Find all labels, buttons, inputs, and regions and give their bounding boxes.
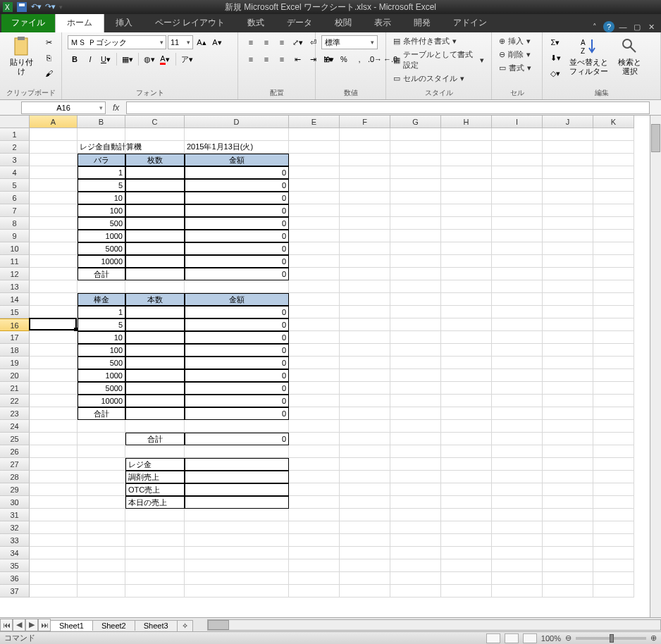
cell-J15[interactable] (543, 306, 593, 318)
cell-A3[interactable] (30, 154, 78, 166)
cell-C16[interactable] (125, 318, 185, 331)
row-header-11[interactable]: 11 (0, 255, 30, 268)
cell-G29[interactable] (390, 483, 441, 496)
cell-K19[interactable] (593, 357, 634, 369)
cell-B36[interactable] (78, 572, 125, 585)
align-bottom-icon[interactable]: ≡ (275, 35, 289, 49)
shrink-font-icon[interactable]: A▾ (210, 35, 224, 49)
row-header-33[interactable]: 33 (0, 534, 30, 547)
cell-H7[interactable] (441, 204, 492, 217)
cell-H36[interactable] (441, 572, 492, 585)
cell-J30[interactable] (543, 496, 593, 509)
cell-E2[interactable] (289, 141, 340, 154)
cell-F30[interactable] (340, 496, 390, 509)
cell-J19[interactable] (543, 357, 593, 369)
cell-K30[interactable] (593, 496, 634, 509)
cell-F26[interactable] (340, 445, 390, 458)
cell-H2[interactable] (441, 141, 492, 154)
cell-G5[interactable] (390, 179, 441, 192)
cell-A15[interactable] (30, 306, 78, 318)
fill-icon[interactable]: ⬇▾ (548, 51, 562, 65)
cell-B37[interactable] (78, 585, 125, 597)
cell-B3[interactable]: バラ (78, 154, 125, 166)
row-header-10[interactable]: 10 (0, 242, 30, 255)
cell-H6[interactable] (441, 192, 492, 204)
cell-A27[interactable] (30, 458, 78, 471)
cell-K1[interactable] (593, 128, 634, 141)
cell-C27[interactable]: レジ金 (125, 458, 185, 471)
cell-E25[interactable] (289, 433, 340, 445)
cell-B23[interactable]: 合計 (78, 407, 125, 420)
cell-H22[interactable] (441, 395, 492, 407)
orientation-icon[interactable]: ⤢▾ (290, 35, 304, 49)
cell-A8[interactable] (30, 217, 78, 230)
cell-C10[interactable] (125, 242, 185, 255)
cell-G16[interactable] (390, 318, 441, 331)
cell-E5[interactable] (289, 179, 340, 192)
cell-J26[interactable] (543, 445, 593, 458)
cell-E30[interactable] (289, 496, 340, 509)
row-header-29[interactable]: 29 (0, 483, 30, 496)
cell-F2[interactable] (340, 141, 390, 154)
cell-I36[interactable] (492, 572, 543, 585)
cell-E13[interactable] (289, 280, 340, 293)
cell-F21[interactable] (340, 382, 390, 395)
cell-C9[interactable] (125, 230, 185, 242)
cell-H33[interactable] (441, 534, 492, 547)
cell-D9[interactable]: 0 (185, 230, 289, 242)
cell-G11[interactable] (390, 255, 441, 268)
sheet-nav-last[interactable]: ⏭ (38, 619, 51, 631)
cell-F13[interactable] (340, 280, 390, 293)
qat-more-icon[interactable] (59, 2, 69, 12)
cell-B11[interactable]: 10000 (78, 255, 125, 268)
cell-D15[interactable]: 0 (185, 306, 289, 318)
cell-B34[interactable] (78, 547, 125, 559)
cell-E22[interactable] (289, 395, 340, 407)
cell-J33[interactable] (543, 534, 593, 547)
cell-H5[interactable] (441, 179, 492, 192)
cell-B21[interactable]: 5000 (78, 382, 125, 395)
cell-D1[interactable] (185, 128, 289, 141)
cell-B32[interactable] (78, 521, 125, 534)
cell-E17[interactable] (289, 331, 340, 344)
cell-D3[interactable]: 金額 (185, 154, 289, 166)
cell-D35[interactable] (185, 559, 289, 572)
cell-H20[interactable] (441, 369, 492, 382)
cell-B30[interactable] (78, 496, 125, 509)
cell-F10[interactable] (340, 242, 390, 255)
cell-I31[interactable] (492, 509, 543, 521)
cell-B31[interactable] (78, 509, 125, 521)
cell-K24[interactable] (593, 420, 634, 433)
cell-E16[interactable] (289, 318, 340, 331)
cell-D25[interactable]: 0 (185, 433, 289, 445)
cell-E4[interactable] (289, 166, 340, 179)
cell-H26[interactable] (441, 445, 492, 458)
cell-F8[interactable] (340, 217, 390, 230)
cell-D7[interactable]: 0 (185, 204, 289, 217)
row-header-19[interactable]: 19 (0, 357, 30, 369)
cell-K12[interactable] (593, 268, 634, 280)
cell-C12[interactable] (125, 268, 185, 280)
cell-A25[interactable] (30, 433, 78, 445)
cell-H16[interactable] (441, 318, 492, 331)
cell-A29[interactable] (30, 483, 78, 496)
cell-E6[interactable] (289, 192, 340, 204)
cell-I14[interactable] (492, 293, 543, 306)
clear-icon[interactable]: ◇▾ (548, 66, 562, 80)
cell-I17[interactable] (492, 331, 543, 344)
cell-B26[interactable] (78, 445, 125, 458)
cell-J35[interactable] (543, 559, 593, 572)
cell-E26[interactable] (289, 445, 340, 458)
bold-icon[interactable]: B (68, 52, 82, 66)
cell-D21[interactable]: 0 (185, 382, 289, 395)
cell-C20[interactable] (125, 369, 185, 382)
cell-C28[interactable]: 調剤売上 (125, 471, 185, 483)
zoom-out-icon[interactable]: ⊖ (565, 633, 572, 643)
cell-G24[interactable] (390, 420, 441, 433)
cell-G28[interactable] (390, 471, 441, 483)
cell-F28[interactable] (340, 471, 390, 483)
cell-K3[interactable] (593, 154, 634, 166)
cell-B1[interactable] (78, 128, 125, 141)
cell-B6[interactable]: 10 (78, 192, 125, 204)
cell-I34[interactable] (492, 547, 543, 559)
